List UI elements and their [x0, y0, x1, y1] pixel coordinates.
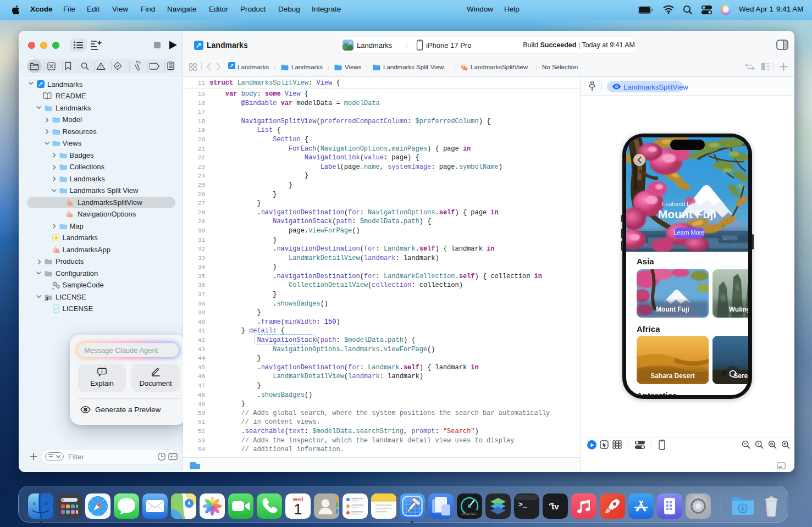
svg-text:1: 1 — [757, 442, 759, 446]
svg-text:>_: >_ — [518, 501, 527, 509]
svg-text:SPEEDTEST: SPEEDTEST — [462, 513, 477, 515]
svg-text:1: 1 — [294, 501, 302, 518]
